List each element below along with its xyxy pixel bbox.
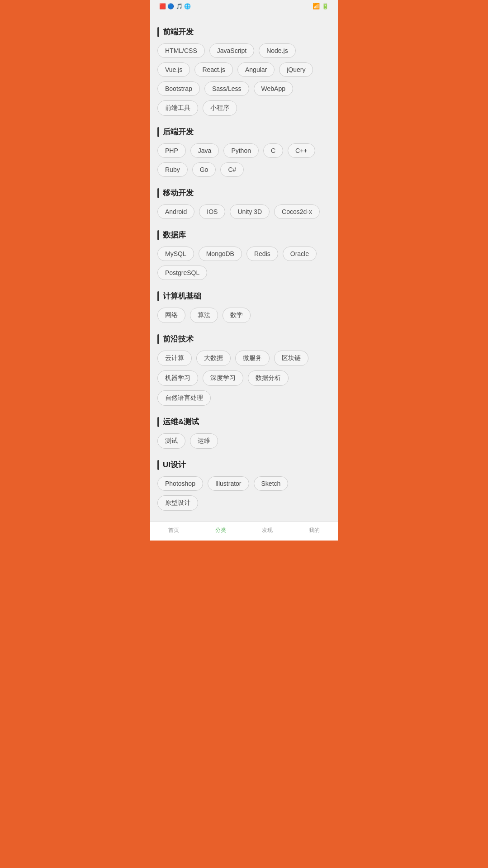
tag-frontier-7[interactable]: 自然语言处理: [157, 390, 211, 406]
section-bar-backend: [157, 127, 159, 137]
tag-backend-2[interactable]: Python: [223, 143, 259, 158]
tag-database-4[interactable]: PostgreSQL: [157, 266, 207, 280]
tag-frontend-0[interactable]: HTML/CSS: [157, 43, 205, 58]
section-ui: UI设计PhotoshopIllustratorSketch原型设计: [157, 460, 331, 511]
tag-devops-1[interactable]: 运维: [190, 433, 218, 449]
tag-backend-7[interactable]: C#: [220, 162, 244, 177]
tag-cs-basics-0[interactable]: 网络: [157, 308, 185, 323]
content-area: 前端开发HTML/CSSJavaScriptNode.jsVue.jsReact…: [150, 27, 338, 522]
section-database: 数据库MySQLMongoDBRedisOraclePostgreSQL: [157, 230, 331, 280]
section-header-frontend: 前端开发: [157, 27, 331, 37]
tag-frontend-2[interactable]: Node.js: [259, 43, 295, 58]
tag-frontier-6[interactable]: 数据分析: [248, 370, 289, 386]
tag-cs-basics-1[interactable]: 算法: [190, 308, 218, 323]
tag-devops-0[interactable]: 测试: [157, 433, 185, 449]
tags-container-frontend: HTML/CSSJavaScriptNode.jsVue.jsReact.jsA…: [157, 43, 331, 116]
tag-backend-3[interactable]: C: [263, 143, 283, 158]
section-header-frontier: 前沿技术: [157, 334, 331, 344]
section-bar-frontier: [157, 334, 159, 344]
section-header-database: 数据库: [157, 230, 331, 240]
section-bar-database: [157, 230, 159, 240]
tag-cs-basics-2[interactable]: 数学: [223, 308, 251, 323]
tag-database-2[interactable]: Redis: [246, 247, 278, 261]
section-title-frontier: 前沿技术: [163, 334, 194, 344]
section-mobile: 移动开发AndroidIOSUnity 3DCocos2d-x: [157, 188, 331, 219]
tag-ui-0[interactable]: Photoshop: [157, 476, 203, 491]
tag-frontier-2[interactable]: 微服务: [235, 351, 270, 366]
section-title-ui: UI设计: [163, 460, 186, 470]
tags-container-cs-basics: 网络算法数学: [157, 308, 331, 323]
nav-label-discover: 发现: [262, 526, 273, 534]
tag-frontend-4[interactable]: React.js: [194, 62, 233, 77]
section-bar-devops: [157, 417, 159, 427]
nav-label-mine: 我的: [309, 526, 320, 534]
section-title-devops: 运维&测试: [163, 417, 199, 427]
section-bar-ui: [157, 460, 159, 470]
tag-backend-4[interactable]: C++: [288, 143, 315, 158]
nav-item-home[interactable]: 首页: [168, 526, 179, 534]
tag-ui-1[interactable]: Illustrator: [208, 476, 249, 491]
section-cs-basics: 计算机基础网络算法数学: [157, 291, 331, 323]
tag-frontend-10[interactable]: 前端工具: [157, 100, 198, 116]
bottom-nav: 首页分类发现我的: [150, 522, 338, 541]
tag-frontend-1[interactable]: JavaScript: [209, 43, 254, 58]
tag-frontier-1[interactable]: 大数据: [196, 351, 231, 366]
tags-container-database: MySQLMongoDBRedisOraclePostgreSQL: [157, 247, 331, 280]
section-header-mobile: 移动开发: [157, 188, 331, 198]
tag-frontier-3[interactable]: 区块链: [274, 351, 308, 366]
section-title-frontend: 前端开发: [163, 27, 194, 37]
tag-mobile-3[interactable]: Cocos2d-x: [274, 204, 320, 219]
tag-mobile-1[interactable]: IOS: [199, 204, 225, 219]
tag-mobile-0[interactable]: Android: [157, 204, 194, 219]
tags-container-devops: 测试运维: [157, 433, 331, 449]
section-title-mobile: 移动开发: [163, 188, 194, 198]
nav-label-home: 首页: [168, 526, 179, 534]
tag-frontend-3[interactable]: Vue.js: [157, 62, 190, 77]
section-title-backend: 后端开发: [163, 127, 194, 137]
tag-frontend-8[interactable]: Sass/Less: [204, 81, 249, 96]
section-header-devops: 运维&测试: [157, 417, 331, 427]
nav-item-mine[interactable]: 我的: [309, 526, 320, 534]
section-header-backend: 后端开发: [157, 127, 331, 137]
section-devops: 运维&测试测试运维: [157, 417, 331, 449]
section-bar-mobile: [157, 188, 159, 198]
tag-frontend-11[interactable]: 小程序: [203, 100, 237, 116]
wifi-icon: 📶: [313, 3, 320, 9]
nav-item-discover[interactable]: 发现: [262, 526, 273, 534]
phone-frame: 🟥 🔵 🎵 🌐 📶 🔋 前端开发HTML/CSSJavaScriptNode.j…: [150, 0, 338, 541]
tag-backend-6[interactable]: Go: [192, 162, 216, 177]
tag-frontier-0[interactable]: 云计算: [157, 351, 192, 366]
battery-icon: 🔋: [322, 3, 329, 9]
notification-icons: 🟥 🔵 🎵 🌐: [159, 3, 191, 9]
section-frontier: 前沿技术云计算大数据微服务区块链机器学习深度学习数据分析自然语言处理: [157, 334, 331, 406]
tag-database-3[interactable]: Oracle: [283, 247, 317, 261]
tag-backend-5[interactable]: Ruby: [157, 162, 188, 177]
tag-frontier-4[interactable]: 机器学习: [157, 370, 198, 386]
tag-backend-0[interactable]: PHP: [157, 143, 186, 158]
tags-container-frontier: 云计算大数据微服务区块链机器学习深度学习数据分析自然语言处理: [157, 351, 331, 406]
status-left: 🟥 🔵 🎵 🌐: [157, 3, 191, 9]
section-frontend: 前端开发HTML/CSSJavaScriptNode.jsVue.jsReact…: [157, 27, 331, 116]
section-header-cs-basics: 计算机基础: [157, 291, 331, 301]
tag-ui-2[interactable]: Sketch: [254, 476, 289, 491]
tag-ui-3[interactable]: 原型设计: [157, 495, 198, 511]
tag-frontier-5[interactable]: 深度学习: [203, 370, 243, 386]
nav-item-category[interactable]: 分类: [215, 526, 226, 534]
tag-frontend-6[interactable]: jQuery: [279, 62, 313, 77]
tags-container-mobile: AndroidIOSUnity 3DCocos2d-x: [157, 204, 331, 219]
tag-frontend-7[interactable]: Bootstrap: [157, 81, 200, 96]
tag-database-0[interactable]: MySQL: [157, 247, 194, 261]
status-right: 📶 🔋: [313, 3, 331, 9]
section-title-database: 数据库: [163, 230, 186, 240]
tags-container-backend: PHPJavaPythonCC++RubyGoC#: [157, 143, 331, 177]
tag-frontend-9[interactable]: WebApp: [254, 81, 293, 96]
section-header-ui: UI设计: [157, 460, 331, 470]
tag-database-1[interactable]: MongoDB: [199, 247, 242, 261]
tag-mobile-2[interactable]: Unity 3D: [230, 204, 270, 219]
tag-frontend-5[interactable]: Angular: [237, 62, 275, 77]
tag-backend-1[interactable]: Java: [190, 143, 219, 158]
page-title: [150, 12, 338, 27]
status-bar: 🟥 🔵 🎵 🌐 📶 🔋: [150, 0, 338, 12]
section-title-cs-basics: 计算机基础: [163, 291, 201, 301]
section-bar-cs-basics: [157, 291, 159, 301]
